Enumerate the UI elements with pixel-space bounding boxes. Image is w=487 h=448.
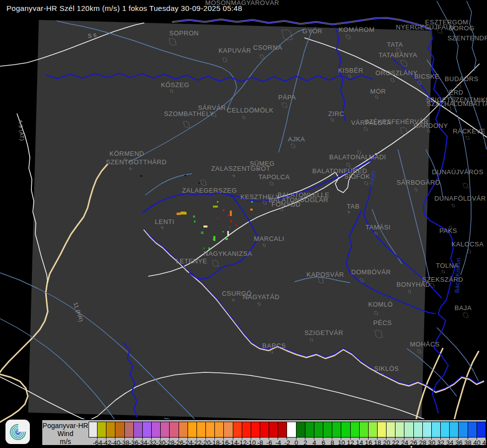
- city-label: KALOCSA: [452, 240, 484, 248]
- legend-swatch: [323, 422, 332, 438]
- city-label: TAB: [347, 203, 360, 210]
- legend-cell: 0: [287, 422, 296, 446]
- legend-cell: 2: [296, 422, 305, 446]
- legend-swatch: [224, 422, 233, 438]
- legend-cell: 26: [404, 422, 413, 446]
- legend-unit-label: m/s: [42, 438, 89, 446]
- city-label: KOMLÓ: [368, 301, 392, 308]
- legend-tick-label: 42: [483, 439, 487, 447]
- radar-product-screen: MOSONMAGYARÓVÁRSOPRONKAPUVÁRCSORNAGYŐRKO…: [0, 0, 487, 448]
- city-label: BUDAÖRS: [445, 75, 479, 83]
- legend-cell: 30: [423, 422, 432, 446]
- legend-cell: -20: [197, 422, 206, 446]
- city-label: RÁCKEVE: [453, 127, 486, 135]
- legend-swatch: [278, 422, 287, 438]
- radar-echo: [193, 216, 195, 218]
- legend-swatch: [459, 422, 468, 438]
- legend-swatch: [314, 422, 323, 438]
- legend-cell: -4: [269, 422, 278, 446]
- city-label: SZIGETVÁR: [304, 329, 343, 336]
- legend-swatch: [197, 422, 206, 438]
- spiral-logo: [5, 420, 30, 444]
- legend-swatch: [369, 422, 378, 438]
- radar-echo: [185, 175, 186, 176]
- city-label: SIÓFOK: [344, 173, 370, 180]
- legend-cell: -26: [170, 422, 179, 446]
- city-label: TAMÁSI: [366, 224, 390, 231]
- product-title: Poganyvar-HR Szél 120km (m/s) 1 fokos Tu…: [6, 4, 242, 12]
- radar-echo: [203, 247, 205, 249]
- legend-swatch: [351, 422, 360, 438]
- city-label: SÁRBOGÁRD: [396, 179, 440, 186]
- legend-cell: -24: [179, 422, 188, 446]
- legend-swatch: [414, 422, 423, 438]
- legend-swatch: [242, 422, 251, 438]
- legend-swatch: [360, 422, 369, 438]
- city-label: CSORNA: [253, 44, 283, 51]
- legend-cell: -12: [233, 422, 242, 446]
- legend-swatch: [378, 422, 387, 438]
- legend-swatch: [296, 422, 305, 438]
- legend-cell: -22: [188, 422, 197, 446]
- city-label: KISBÉR: [338, 67, 364, 74]
- legend-cell: 40: [468, 422, 477, 446]
- legend-color-bar: -64-42-40-38-36-34-32-30-28-26-24-22-20-…: [89, 422, 486, 446]
- legend-swatch: [97, 422, 106, 438]
- city-label: FONYÓD: [272, 201, 301, 208]
- spiral-logo-icon: [8, 422, 28, 442]
- legend-cell: -28: [161, 422, 170, 446]
- radar-echo: [213, 238, 214, 240]
- radar-echo: [230, 220, 232, 222]
- radar-echo: [140, 175, 142, 177]
- legend-cell: 14: [351, 422, 360, 446]
- city-label: DOMBÓVÁR: [351, 268, 391, 276]
- city-label: TATABÁNYA: [379, 51, 417, 59]
- city-label: ÉRD: [449, 89, 464, 96]
- legend-cell: -18: [206, 422, 215, 446]
- city-label: DOROG: [449, 24, 475, 32]
- city-label: PÉCS: [373, 319, 391, 327]
- radar-echo: [250, 209, 253, 211]
- city-label: SZÁZHALOMBATTA: [427, 100, 487, 108]
- city-label: KAPOSVÁR: [306, 271, 344, 278]
- city-label: KOMÁROM: [339, 26, 375, 33]
- city-label: SZENTENDRE: [447, 34, 487, 42]
- legend-swatch: [115, 422, 124, 438]
- legend-caption: Poganyvar-HR Wind m/s: [42, 420, 89, 445]
- city-label: SZENTGOTTHÁRD: [106, 158, 167, 166]
- legend-swatch: [305, 422, 314, 438]
- legend-cell: 12: [341, 422, 350, 446]
- legend-cell: -2: [278, 422, 287, 446]
- legend-swatch: [143, 422, 152, 438]
- legend-cell: 38: [459, 422, 468, 446]
- radar-echo: [251, 201, 253, 203]
- radar-echo: [227, 215, 229, 216]
- radar-echo: [185, 212, 187, 215]
- legend-swatch: [206, 422, 215, 438]
- legend-cell: -32: [143, 422, 152, 446]
- radar-echo: [227, 231, 229, 236]
- legend-cell: 20: [378, 422, 387, 446]
- radar-echo: [217, 201, 218, 203]
- legend-cell: 10: [332, 422, 341, 446]
- legend-cell: 42: [477, 422, 486, 446]
- legend-swatch: [188, 422, 197, 438]
- legend-cell: -10: [242, 422, 251, 446]
- legend-cell: -42: [97, 422, 106, 446]
- city-label: KŐSZEG: [161, 81, 189, 89]
- legend-swatch: [179, 422, 188, 438]
- legend-parameter-label: Wind: [42, 430, 89, 438]
- legend-swatch: [287, 422, 296, 438]
- city-label: MOHÁCS: [410, 340, 440, 348]
- legend-swatch: [468, 422, 477, 438]
- legend-cell: -36: [125, 422, 134, 446]
- city-label: CELLDÖMÖLK: [227, 107, 274, 114]
- legend-cell: 28: [414, 422, 423, 446]
- city-label: MÓR: [370, 88, 386, 95]
- legend-swatch: [450, 422, 459, 438]
- legend-panel: Poganyvar-HR Wind m/s -64-42-40-38-36-34…: [41, 419, 487, 446]
- legend-swatch: [341, 422, 350, 438]
- radar-map-canvas: MOSONMAGYARÓVÁRSOPRONKAPUVÁRCSORNAGYŐRKO…: [0, 0, 487, 448]
- legend-swatch: [332, 422, 341, 438]
- radar-echo: [201, 231, 203, 234]
